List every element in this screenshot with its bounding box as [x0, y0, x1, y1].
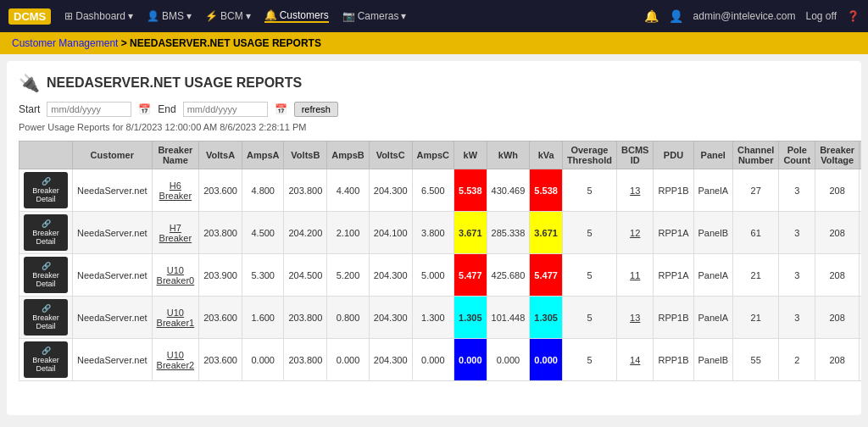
table-row: 🔗 Breaker Detail NeedaServer.net H6 Brea…	[19, 169, 862, 212]
nav-dashboard[interactable]: ⊞ Dashboard ▾	[64, 10, 133, 22]
pole-cell: 3	[779, 212, 815, 254]
channel-cell: 21	[733, 297, 779, 339]
breaker-detail-cell: 🔗 Breaker Detail	[19, 297, 73, 339]
usage-table: Customer Breaker Name VoltsA AmpsA Volts…	[19, 141, 861, 381]
kva-cell: 5.538	[530, 169, 563, 212]
kwh-cell: 101.448	[487, 297, 530, 339]
link-icon: 🔗	[42, 304, 51, 313]
th-voltsa: VoltsA	[199, 141, 242, 169]
voltsc-cell: 204.100	[369, 212, 412, 254]
table-row: 🔗 Breaker Detail NeedaServer.net U10 Bre…	[19, 297, 862, 339]
breaker-name-cell: U10 Breaker2	[152, 339, 199, 381]
breaker-name-cell: U10 Breaker1	[152, 297, 199, 339]
cabinet-cell: H7 Cabinet	[860, 212, 861, 254]
bms-icon: 👤	[147, 10, 159, 22]
breaker-detail-button[interactable]: 🔗 Breaker Detail	[24, 341, 68, 378]
nav-bms[interactable]: 👤 BMS ▾	[147, 10, 192, 22]
report-note: Power Usage Reports for 8/1/2023 12:00:0…	[19, 122, 849, 132]
help-icon[interactable]: ❓	[847, 10, 860, 22]
user-email: admin@intelevice.com	[693, 10, 796, 22]
breadcrumb-link[interactable]: Customer Management	[12, 37, 118, 49]
breaker-detail-cell: 🔗 Breaker Detail	[19, 254, 73, 297]
ampsb-cell: 2.100	[327, 212, 370, 254]
logout-link[interactable]: Log off	[806, 10, 837, 22]
cabinet-cell: U10 Cabinet	[860, 297, 861, 339]
nav-cameras[interactable]: 📷 Cameras ▾	[342, 10, 407, 22]
breadcrumb-separator: >	[121, 37, 130, 49]
breaker-detail-button[interactable]: 🔗 Breaker Detail	[24, 214, 68, 251]
bms-chevron-icon: ▾	[186, 10, 192, 22]
th-voltsb: VoltsB	[284, 141, 327, 169]
end-calendar-icon[interactable]: 📅	[275, 103, 287, 115]
ampsc-cell: 1.300	[412, 297, 454, 339]
link-icon: 🔗	[42, 177, 51, 186]
pdu-cell: RPP1B	[654, 339, 693, 381]
table-row: 🔗 Breaker Detail NeedaServer.net U10 Bre…	[19, 254, 862, 297]
bcms-cell: 14	[617, 339, 654, 381]
pole-cell: 2	[779, 339, 815, 381]
start-date-input[interactable]	[47, 102, 131, 117]
kwh-cell: 0.000	[487, 339, 530, 381]
pdu-cell: RPP1B	[654, 169, 693, 212]
nav-bcm[interactable]: ⚡ BCM ▾	[205, 10, 251, 22]
bcms-cell: 13	[617, 297, 654, 339]
th-cabinet: Cabinet	[860, 141, 861, 169]
kva-cell: 1.305	[530, 297, 563, 339]
main-content: 🔌 NEEDASERVER.NET USAGE REPORTS Start 📅 …	[7, 61, 861, 415]
end-date-input[interactable]	[183, 102, 268, 117]
cameras-chevron-icon: ▾	[401, 10, 406, 22]
pole-cell: 3	[779, 254, 815, 297]
kwh-cell: 285.338	[487, 212, 530, 254]
ampsc-cell: 5.000	[412, 254, 454, 297]
end-label: End	[158, 103, 175, 115]
nav-customers[interactable]: 🔔 Customers	[264, 9, 329, 23]
ampsb-cell: 0.000	[327, 339, 370, 381]
breaker-detail-cell: 🔗 Breaker Detail	[19, 169, 73, 212]
channel-cell: 61	[733, 212, 779, 254]
link-icon: 🔗	[42, 219, 51, 228]
breaker-detail-button[interactable]: 🔗 Breaker Detail	[24, 299, 68, 336]
page-title: NEEDASERVER.NET USAGE REPORTS	[47, 75, 302, 91]
breaker-detail-button[interactable]: 🔗 Breaker Detail	[24, 257, 68, 293]
breaker-detail-cell: 🔗 Breaker Detail	[19, 212, 73, 254]
user-icon: 👤	[669, 9, 683, 23]
breadcrumb-current: NEEDASERVER.NET USAGE REPORTS	[130, 37, 321, 49]
voltsc-cell: 204.300	[369, 254, 412, 297]
voltsc-cell: 204.300	[369, 169, 412, 212]
breaker-detail-cell: 🔗 Breaker Detail	[19, 339, 73, 381]
kw-cell: 3.671	[454, 212, 487, 254]
panel-cell: PanelA	[693, 297, 732, 339]
ampsb-cell: 5.200	[327, 254, 370, 297]
th-panel: Panel	[693, 141, 732, 169]
overage-cell: 5	[562, 339, 616, 381]
start-label: Start	[19, 103, 40, 115]
bcm-chevron-icon: ▾	[246, 10, 251, 22]
th-ampsb: AmpsB	[327, 141, 370, 169]
kwh-cell: 425.680	[487, 254, 530, 297]
ampsa-cell: 5.300	[242, 254, 284, 297]
dashboard-chevron-icon: ▾	[128, 10, 133, 22]
th-breaker-name: Breaker Name	[152, 141, 199, 169]
ampsb-cell: 4.400	[327, 169, 370, 212]
breaker-detail-button[interactable]: 🔗 Breaker Detail	[24, 172, 68, 208]
kw-cell: 5.477	[454, 254, 487, 297]
th-kwh: kWh	[487, 141, 530, 169]
customer-cell: NeedaServer.net	[73, 297, 153, 339]
overage-cell: 5	[562, 254, 616, 297]
page-title-container: 🔌 NEEDASERVER.NET USAGE REPORTS	[19, 73, 849, 93]
cabinet-cell: U10 Cabinet	[860, 339, 861, 381]
ampsa-cell: 4.800	[242, 169, 284, 212]
start-calendar-icon[interactable]: 📅	[138, 103, 151, 115]
voltsa-cell: 203.600	[199, 297, 242, 339]
th-overage: Overage Threshold	[562, 141, 616, 169]
ampsa-cell: 0.000	[242, 339, 284, 381]
notifications-icon[interactable]: 🔔	[644, 9, 659, 23]
th-ampsa: AmpsA	[242, 141, 284, 169]
plug-icon: 🔌	[19, 73, 40, 93]
breaker-name-cell: H6 Breaker	[152, 169, 199, 212]
link-icon: 🔗	[42, 347, 51, 355]
panel-cell: PanelA	[693, 254, 732, 297]
refresh-button[interactable]: refresh	[294, 102, 338, 117]
customer-cell: NeedaServer.net	[73, 339, 153, 381]
overage-cell: 5	[562, 212, 616, 254]
